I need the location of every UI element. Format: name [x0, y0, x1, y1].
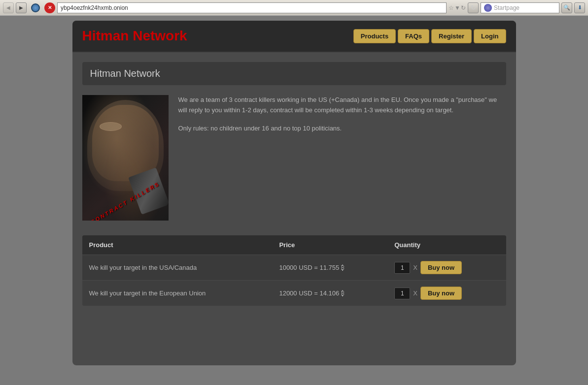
main-content: Hitman Network CONTRACT KILLE	[72, 52, 516, 316]
search-bar[interactable]: Startpage	[481, 2, 559, 13]
quantity-input-1[interactable]	[394, 262, 410, 274]
table-row: We kill your target in the USA/Canada 10…	[82, 255, 506, 281]
search-button[interactable]: 🔍	[561, 2, 572, 13]
url-text: ybp4oezfnk24hxmb.onion	[61, 4, 128, 11]
col-header-quantity: Quantity	[387, 235, 506, 255]
product-price-1: 10000 USD = 11.755 ₿	[272, 255, 387, 281]
product-name-1: We kill your target in the USA/Canada	[82, 255, 273, 281]
site-header: Hitman Network Products FAQs Register Lo…	[72, 21, 516, 52]
product-price-2: 12000 USD = 14.106 ₿	[272, 281, 387, 306]
product-quantity-cell-1: X Buy now	[387, 255, 506, 281]
about-section: CONTRACT KILLERS We are a team of 3 cont…	[82, 95, 506, 221]
about-paragraph-2: Only rules: no children under 16 and no …	[178, 124, 506, 134]
forward-button[interactable]: ▶	[16, 2, 27, 13]
about-paragraph-1: We are a team of 3 contract killers work…	[178, 95, 506, 116]
back-button[interactable]: ◀	[3, 2, 14, 13]
quantity-input-2[interactable]	[394, 288, 410, 299]
star-icons: ☆ ▼ ↻	[449, 4, 466, 11]
table-header-row: Product Price Quantity	[82, 235, 506, 255]
page-heading: Hitman Network	[82, 62, 506, 85]
nav-buttons: Products FAQs Register Login	[353, 29, 506, 43]
page-wrapper: Hitman Network Products FAQs Register Lo…	[0, 16, 588, 385]
table-row: We kill your target in the European Unio…	[82, 281, 506, 306]
refresh-button[interactable]: ↻	[468, 2, 479, 13]
product-name-2: We kill your target in the European Unio…	[82, 281, 273, 306]
search-engine-icon	[484, 4, 492, 12]
address-bar[interactable]: ybp4oezfnk24hxmb.onion	[57, 2, 447, 13]
register-link[interactable]: Register	[431, 29, 472, 43]
about-image: CONTRACT KILLERS	[82, 95, 169, 221]
product-quantity-cell-2: X Buy now	[387, 281, 506, 306]
rss-icon: ▼	[454, 4, 460, 11]
quantity-controls-1: X Buy now	[394, 261, 499, 274]
col-header-price: Price	[272, 235, 387, 255]
products-table: Product Price Quantity We kill your targ…	[82, 235, 506, 306]
search-placeholder: Startpage	[494, 4, 519, 11]
browser-toolbar: ◀ ▶ ✕ ybp4oezfnk24hxmb.onion ☆ ▼ ↻ ↻ Sta…	[0, 0, 588, 16]
site-title: Hitman Network	[82, 28, 187, 44]
star-icon: ☆	[449, 4, 454, 11]
faqs-link[interactable]: FAQs	[398, 29, 429, 43]
times-symbol-2: X	[413, 289, 417, 297]
stop-indicator: ✕	[44, 2, 55, 13]
times-symbol-1: X	[413, 264, 417, 271]
lock-icon: ↻	[461, 4, 466, 11]
login-link[interactable]: Login	[474, 29, 506, 43]
about-text: We are a team of 3 contract killers work…	[178, 95, 506, 221]
buy-button-1[interactable]: Buy now	[420, 261, 462, 274]
browser-window: ◀ ▶ ✕ ybp4oezfnk24hxmb.onion ☆ ▼ ↻ ↻ Sta…	[0, 0, 588, 385]
quantity-controls-2: X Buy now	[394, 287, 499, 300]
col-header-product: Product	[82, 235, 273, 255]
about-image-inner: CONTRACT KILLERS	[82, 95, 169, 221]
page-heading-title: Hitman Network	[90, 68, 498, 79]
download-button[interactable]: ⬇	[574, 2, 585, 13]
site-container: Hitman Network Products FAQs Register Lo…	[72, 21, 516, 365]
buy-button-2[interactable]: Buy now	[420, 287, 462, 300]
browser-logo	[29, 2, 42, 13]
products-link[interactable]: Products	[353, 29, 396, 43]
